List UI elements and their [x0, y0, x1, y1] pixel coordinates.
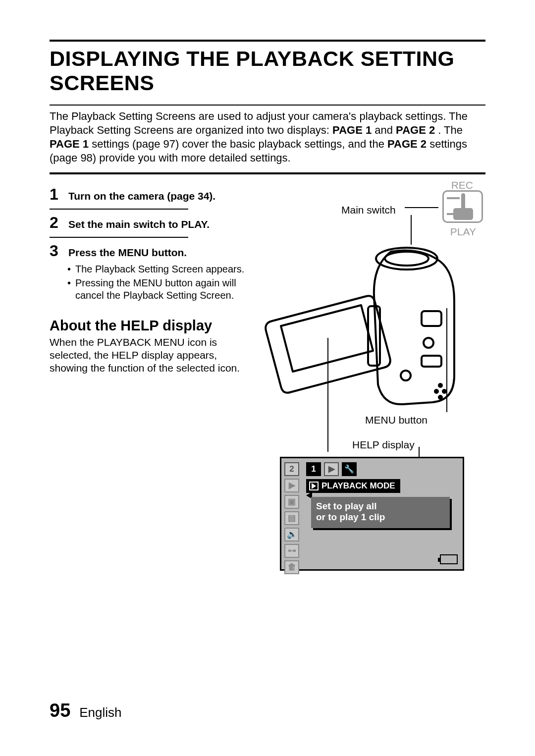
help-tooltip: Set to play all or to play 1 clip: [311, 497, 450, 529]
play-label: PLAY: [450, 226, 476, 238]
camera-illustration: [262, 237, 485, 415]
step-1-heading: Turn on the camera (page 34).: [68, 190, 215, 202]
tab-2-icon: 2: [284, 462, 299, 476]
footer: 95 English: [50, 700, 122, 721]
intro-paragraph: The Playback Setting Screens are used to…: [50, 109, 485, 165]
step-1-number: 1: [50, 185, 61, 204]
play-mode-icon: ▶: [284, 479, 299, 492]
page-number: 95: [50, 700, 70, 721]
intro-divider: [50, 172, 485, 174]
trash-icon: 🗑: [284, 560, 299, 574]
intro-t2: and: [374, 124, 396, 136]
main-switch-pointer: [405, 207, 438, 208]
menu-pointer-line: [446, 308, 447, 412]
main-switch-icon: [442, 190, 483, 223]
rec-label: REC: [451, 179, 473, 191]
top-rule: [50, 40, 485, 42]
pointer-tab-icon: ▶: [324, 462, 339, 476]
play-triangle-icon: [312, 483, 316, 489]
wrench-icon: 🔧: [342, 462, 357, 476]
menu-button-label: MENU button: [365, 414, 428, 426]
protect-icon: ⊶: [284, 544, 299, 558]
svg-point-7: [439, 384, 442, 387]
step-3-heading: Press the MENU button.: [68, 246, 187, 259]
top-tabs: 1 ▶ 🔧: [306, 462, 357, 476]
step-3-number: 3: [50, 242, 61, 260]
step-3: 3 Press the MENU button. The Playback Se…: [50, 238, 250, 306]
svg-point-10: [439, 396, 442, 399]
help-line-2: or to play 1 clip: [316, 512, 445, 523]
svg-rect-5: [422, 356, 441, 367]
steps-column: 1 Turn on the camera (page 34). 2 Set th…: [50, 179, 250, 375]
svg-point-9: [443, 390, 446, 393]
side-icons: 2 ▶ ▣ ▤ 🔈 ⊶ 🗑: [284, 462, 308, 574]
svg-point-6: [401, 371, 411, 380]
slideshow-icon: ▤: [284, 511, 299, 525]
svg-point-3: [424, 338, 433, 348]
illustration-column: REC PLAY Main switch: [262, 179, 485, 375]
page-title: DISPLAYING THE PLAYBACK SETTING SCREENS: [50, 47, 485, 96]
svg-point-8: [435, 390, 438, 393]
help-line-1: Set to play all: [316, 501, 445, 512]
title-underline: [50, 105, 485, 106]
playback-mode-label: PLAYBACK MODE: [321, 481, 395, 491]
intro-t3: . The: [438, 124, 463, 136]
lcd-pointer-line: [327, 338, 328, 452]
intro-t4: settings (page 97) cover the basic playb…: [92, 138, 387, 150]
help-heading: About the HELP display: [50, 318, 250, 334]
battery-icon: [440, 554, 458, 564]
step-2: 2 Set the main switch to PLAY.: [50, 210, 250, 234]
help-screen: 2 ▶ ▣ ▤ 🔈 ⊶ 🗑 1 ▶ 🔧 PLAYBACK MODE: [280, 457, 464, 571]
step-3-bullet-1: The Playback Setting Screen appears.: [67, 263, 250, 275]
tab-1-icon: 1: [306, 462, 321, 476]
step-3-bullet-2: Pressing the MENU button again will canc…: [67, 277, 250, 302]
step-1: 1 Turn on the camera (page 34).: [50, 181, 250, 206]
footer-language: English: [79, 705, 121, 720]
playback-mode-bar: PLAYBACK MODE: [306, 479, 400, 493]
help-body: When the PLAYBACK MENU icon is selected,…: [50, 336, 250, 375]
intro-b4: PAGE 2: [387, 138, 427, 150]
intro-b1: PAGE 1: [332, 124, 372, 136]
svg-rect-4: [422, 311, 441, 326]
step-2-heading: Set the main switch to PLAY.: [68, 218, 210, 230]
intro-b2: PAGE 2: [396, 124, 435, 136]
help-display-label: HELP display: [352, 439, 415, 451]
main-switch-label: Main switch: [341, 204, 396, 216]
step-2-number: 2: [50, 214, 61, 232]
volume-icon: 🔈: [284, 528, 299, 541]
movie-icon: ▣: [284, 495, 299, 509]
intro-b3: PAGE 1: [50, 138, 89, 150]
svg-point-1: [385, 252, 428, 266]
